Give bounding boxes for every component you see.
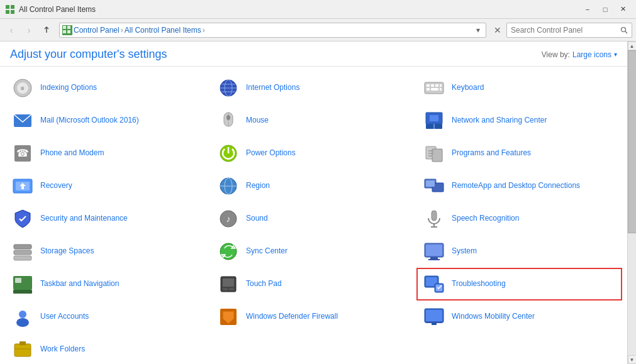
system-icon (423, 240, 445, 263)
maximize-button[interactable]: □ (597, 3, 613, 16)
keyboard-label: Keyboard (452, 83, 484, 93)
scroll-up-button[interactable]: ▲ (628, 41, 637, 50)
network-sharing-label: Network and Sharing Center (452, 116, 547, 126)
content-header: Adjust your computer's settings View by:… (0, 41, 627, 67)
security-maintenance-label: Security and Maintenance (40, 214, 128, 224)
item-sound[interactable]: ♪Sound (211, 202, 416, 235)
mail-icon (11, 109, 34, 132)
windows-defender-label: Windows Defender Firewall (246, 312, 338, 322)
svg-point-29 (226, 115, 230, 120)
svg-point-72 (16, 318, 29, 327)
close-button[interactable]: ✕ (615, 3, 631, 16)
troubleshooting-icon (423, 273, 445, 295)
item-phone-modem[interactable]: ☎Phone and Modem (5, 137, 211, 170)
user-accounts-icon (11, 306, 34, 328)
svg-rect-25 (440, 88, 442, 91)
svg-text:☎: ☎ (16, 148, 29, 158)
svg-rect-79 (20, 341, 26, 345)
item-programs-features[interactable]: Programs and Features (416, 137, 622, 170)
item-work-folders[interactable]: Work Folders (5, 333, 211, 364)
svg-rect-49 (432, 211, 437, 221)
window-title: All Control Panel Items (19, 5, 96, 14)
svg-line-9 (625, 31, 627, 33)
breadcrumb-control-panel[interactable]: Control Panel (74, 26, 120, 35)
search-input[interactable] (511, 26, 618, 35)
phone-modem-icon: ☎ (11, 142, 34, 165)
item-storage-spaces[interactable]: Storage Spaces (5, 235, 211, 268)
sync-center-label: Sync Center (246, 246, 287, 256)
security-maintenance-icon (11, 207, 34, 230)
item-power-options[interactable]: Power Options (211, 137, 416, 170)
item-taskbar-navigation[interactable]: Taskbar and Navigation (5, 268, 211, 301)
item-remoteapp[interactable]: RemoteApp and Desktop Connections (416, 170, 622, 202)
item-sync-center[interactable]: Sync Center (211, 235, 416, 268)
svg-rect-5 (67, 26, 70, 29)
item-speech-recognition[interactable]: Speech Recognition (416, 202, 622, 235)
svg-text:♪: ♪ (226, 214, 231, 224)
power-options-icon (217, 142, 240, 165)
item-mouse[interactable]: Mouse (211, 104, 416, 137)
item-troubleshooting[interactable]: Troubleshooting (416, 268, 622, 301)
svg-rect-57 (426, 245, 442, 256)
scroll-down-button[interactable]: ▼ (628, 355, 637, 364)
back-button[interactable]: ‹ (4, 23, 19, 38)
phone-modem-label: Phone and Modem (40, 148, 104, 158)
item-windows-mobility[interactable]: Windows Mobility Center (416, 301, 622, 333)
address-bar[interactable]: Control Panel › All Control Panel Items … (59, 23, 486, 38)
region-label: Region (246, 181, 270, 191)
item-network-sharing[interactable]: Network and Sharing Center (416, 104, 622, 137)
touch-pad-icon (217, 273, 240, 295)
item-security-maintenance[interactable]: Security and Maintenance (5, 202, 211, 235)
scroll-thumb[interactable] (628, 50, 637, 233)
search-bar[interactable] (506, 23, 632, 38)
item-windows-defender[interactable]: Windows Defender Firewall (211, 301, 416, 333)
item-keyboard[interactable]: Keyboard (416, 72, 622, 104)
svg-rect-22 (440, 84, 442, 87)
svg-rect-0 (6, 5, 9, 9)
address-dropdown[interactable]: ▾ (473, 25, 483, 35)
svg-rect-52 (14, 245, 31, 249)
programs-features-icon (423, 142, 445, 165)
minimize-button[interactable]: − (579, 3, 596, 16)
svg-rect-54 (14, 256, 31, 260)
title-bar: All Control Panel Items − □ ✕ (0, 0, 636, 19)
mouse-icon (217, 109, 240, 132)
address-clear-button[interactable]: ✕ (491, 24, 504, 36)
sync-center-icon (217, 240, 240, 263)
item-user-accounts[interactable]: User Accounts (5, 301, 211, 333)
item-region[interactable]: Region (211, 170, 416, 202)
remoteapp-label: RemoteApp and Desktop Connections (452, 181, 580, 191)
svg-rect-1 (11, 5, 14, 9)
item-internet-options[interactable]: Internet Options (211, 72, 416, 104)
storage-spaces-label: Storage Spaces (40, 246, 94, 256)
scroll-track[interactable] (628, 50, 637, 355)
view-by-label: View by: (542, 50, 570, 59)
items-grid: ≡Indexing OptionsInternet OptionsKeyboar… (0, 72, 627, 364)
window-controls: − □ ✕ (579, 3, 631, 16)
item-touch-pad[interactable]: Touch Pad (211, 268, 416, 301)
windows-defender-icon (217, 306, 240, 328)
svg-point-8 (622, 27, 626, 31)
item-indexing-options[interactable]: ≡Indexing Options (5, 72, 211, 104)
sound-icon: ♪ (217, 207, 240, 230)
svg-rect-6 (63, 30, 66, 33)
svg-rect-3 (11, 10, 14, 14)
view-by-control[interactable]: View by: Large icons ▾ (542, 50, 617, 59)
svg-rect-61 (13, 290, 32, 294)
search-icon (620, 26, 628, 34)
scrollbar[interactable]: ▲ ▼ (627, 41, 636, 364)
item-mail[interactable]: Mail (Microsoft Outlook 2016) (5, 104, 211, 137)
windows-mobility-icon (423, 306, 445, 328)
breadcrumb-all-items[interactable]: All Control Panel Items (125, 26, 201, 35)
forward-button[interactable]: › (21, 23, 36, 38)
item-recovery[interactable]: Recovery (5, 170, 211, 202)
view-by-value[interactable]: Large icons (572, 50, 611, 59)
up-button[interactable] (39, 23, 54, 38)
view-by-arrow[interactable]: ▾ (614, 51, 617, 58)
touch-pad-label: Touch Pad (246, 279, 282, 289)
content-area: Adjust your computer's settings View by:… (0, 41, 627, 364)
internet-options-label: Internet Options (246, 83, 299, 93)
network-sharing-icon (423, 109, 445, 132)
item-system[interactable]: System (416, 235, 622, 268)
recovery-label: Recovery (40, 181, 72, 191)
